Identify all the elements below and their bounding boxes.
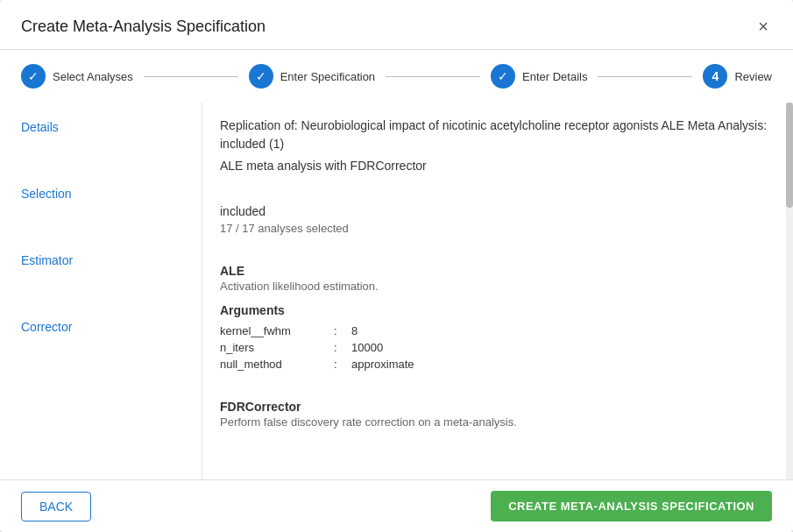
- arg-colon-2: :: [334, 358, 351, 371]
- arg-key-0: kernel__fwhm: [220, 324, 334, 337]
- modal-footer: BACK CREATE META-ANALYSIS SPECIFICATION: [0, 479, 793, 532]
- step-1-check: ✓: [28, 69, 39, 83]
- step-3-circle: ✓: [491, 64, 515, 89]
- left-label-estimator[interactable]: Estimator: [21, 253, 181, 267]
- step-4-circle: 4: [703, 64, 727, 89]
- step-review: 4 Review: [703, 64, 772, 89]
- left-label-details[interactable]: Details: [21, 120, 181, 134]
- step-select-analyses: ✓ Select Analyses: [21, 64, 133, 89]
- arg-key-1: n_iters: [220, 341, 334, 354]
- selection-status: included: [220, 204, 775, 218]
- arg-val-1: 10000: [351, 341, 383, 354]
- arg-colon-1: :: [334, 341, 351, 354]
- modal-header: Create Meta-Analysis Specification ×: [0, 0, 793, 50]
- details-description: Replication of: Neurobiological impact o…: [220, 117, 775, 153]
- content-area: Details Selection Estimator Corrector Re…: [0, 103, 793, 479]
- left-label-selection[interactable]: Selection: [21, 187, 181, 201]
- stepper: ✓ Select Analyses ✓ Enter Specification …: [0, 50, 793, 103]
- step-2-label: Enter Specification: [280, 70, 375, 83]
- arg-val-2: approximate: [351, 358, 414, 371]
- modal-title: Create Meta-Analysis Specification: [21, 18, 266, 36]
- create-button[interactable]: CREATE META-ANALYSIS SPECIFICATION: [491, 491, 772, 521]
- corrector-description: Perform false discovery rate correction …: [220, 415, 775, 429]
- step-connector-2: [386, 76, 480, 77]
- details-section: Replication of: Neurobiological impact o…: [220, 117, 775, 175]
- left-label-corrector[interactable]: Corrector: [21, 320, 181, 334]
- scrollbar-track[interactable]: [786, 103, 793, 479]
- corrector-name: FDRCorrector: [220, 400, 775, 414]
- step-1-circle: ✓: [21, 64, 46, 89]
- estimator-description: Activation likelihood estimation.: [220, 280, 775, 293]
- right-panel[interactable]: Replication of: Neurobiological impact o…: [202, 103, 793, 479]
- step-3-check: ✓: [498, 69, 508, 83]
- step-enter-specification: ✓ Enter Specification: [249, 64, 375, 89]
- left-panel: Details Selection Estimator Corrector: [0, 103, 202, 479]
- close-button[interactable]: ×: [754, 14, 772, 39]
- arg-key-2: null_method: [220, 358, 334, 371]
- selection-count: 17 / 17 analyses selected: [220, 222, 775, 235]
- selection-section: included 17 / 17 analyses selected: [220, 204, 775, 235]
- arg-row-0: kernel__fwhm : 8: [220, 324, 775, 337]
- step-3-label: Enter Details: [522, 70, 587, 83]
- arguments-title: Arguments: [220, 303, 775, 317]
- estimator-name: ALE: [220, 264, 775, 278]
- step-4-label: Review: [734, 70, 772, 83]
- step-enter-details: ✓ Enter Details: [491, 64, 587, 89]
- details-method: ALE meta analysis with FDRCorrector: [220, 157, 775, 175]
- step-2-check: ✓: [256, 69, 266, 83]
- arg-val-0: 8: [351, 324, 358, 337]
- step-connector-3: [598, 76, 692, 77]
- step-connector-1: [144, 76, 238, 77]
- back-button[interactable]: BACK: [21, 492, 91, 521]
- arg-row-1: n_iters : 10000: [220, 341, 775, 354]
- step-1-label: Select Analyses: [53, 70, 133, 83]
- corrector-section: FDRCorrector Perform false discovery rat…: [220, 400, 775, 429]
- arg-colon-0: :: [334, 324, 351, 337]
- step-2-circle: ✓: [249, 64, 273, 89]
- arg-row-2: null_method : approximate: [220, 358, 775, 371]
- scrollbar-thumb[interactable]: [786, 103, 793, 208]
- estimator-section: ALE Activation likelihood estimation. Ar…: [220, 264, 775, 371]
- modal: Create Meta-Analysis Specification × ✓ S…: [0, 0, 793, 532]
